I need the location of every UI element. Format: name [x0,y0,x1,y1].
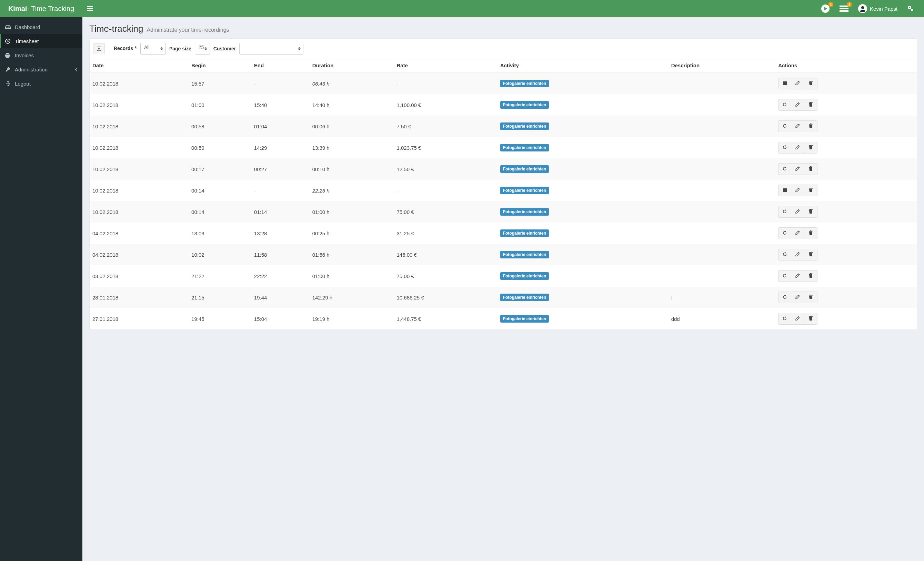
gears-icon [907,5,914,12]
cell-activity: Fotogalerie einrichten [498,265,669,287]
cell-rate: 145.00 € [394,244,497,265]
table-row: 10.02.201800:14-22:26 h-Fotogalerie einr… [90,180,917,201]
edit-button[interactable] [791,292,804,303]
edit-button[interactable] [791,227,804,239]
delete-button[interactable] [804,163,818,175]
edit-icon [795,273,800,279]
sidebar-item-logout[interactable]: Logout [0,77,82,91]
activity-badge[interactable]: Fotogalerie einrichten [500,229,549,237]
sidebar-item-invoices[interactable]: Invoices [0,48,82,62]
restart-icon [782,252,787,258]
col-rate: Rate [394,59,497,73]
restart-button[interactable] [778,163,791,175]
edit-button[interactable] [791,185,804,196]
delete-button[interactable] [804,99,818,111]
records-select[interactable]: All [140,43,166,54]
activity-badge[interactable]: Fotogalerie einrichten [500,101,549,109]
timesheet-box: Records * All Page size 25 Customer [89,38,917,330]
activity-badge[interactable]: Fotogalerie einrichten [500,293,549,301]
pagesize-select[interactable]: 25 [195,43,210,54]
activity-badge[interactable]: Fotogalerie einrichten [500,315,549,323]
edit-button[interactable] [791,206,804,218]
sidebar-toggle[interactable] [82,0,98,17]
sidebar-item-label: Administration [15,66,48,72]
activity-badge[interactable]: Fotogalerie einrichten [500,165,549,173]
cell-date: 10.02.2018 [90,137,189,158]
restart-icon [782,273,787,279]
activity-badge[interactable]: Fotogalerie einrichten [500,208,549,216]
sidebar-item-timesheet[interactable]: Timesheet [0,34,82,48]
restart-icon [782,145,787,151]
play-button[interactable]: 2 [816,0,835,17]
cell-end: 13:28 [251,223,310,244]
user-menu[interactable]: Kevin Papst [854,0,902,17]
cell-duration: 06:43 h [310,73,394,95]
cell-begin: 10:02 [189,244,251,265]
sidebar-item-dashboard[interactable]: Dashboard [0,20,82,34]
activity-badge[interactable]: Fotogalerie einrichten [500,272,549,280]
delete-button[interactable] [804,78,818,89]
add-button[interactable] [93,43,105,54]
table-row: 10.02.201800:5014:2913:39 h1,023.75 €Fot… [90,137,917,158]
restart-button[interactable] [778,292,791,303]
restart-button[interactable] [778,120,791,132]
delete-button[interactable] [804,185,818,196]
restart-button[interactable] [778,99,791,111]
bars-icon [87,6,93,11]
svg-rect-7 [783,188,787,192]
edit-button[interactable] [791,249,804,260]
activity-badge[interactable]: Fotogalerie einrichten [500,186,549,194]
edit-button[interactable] [791,142,804,153]
delete-button[interactable] [804,270,818,282]
edit-icon [795,295,800,300]
activity-badge[interactable]: Fotogalerie einrichten [500,251,549,259]
restart-button[interactable] [778,227,791,239]
delete-button[interactable] [804,227,818,239]
edit-icon [795,145,800,150]
table-row: 10.02.201801:0015:4014:40 h1,100.00 €Fot… [90,94,917,116]
edit-button[interactable] [791,270,804,282]
delete-button[interactable] [804,249,818,260]
delete-button[interactable] [804,142,818,153]
restart-button[interactable] [778,206,791,218]
cell-actions [776,94,917,116]
delete-button[interactable] [804,292,818,303]
activity-badge[interactable]: Fotogalerie einrichten [500,80,549,87]
svg-point-3 [911,9,913,11]
delete-button[interactable] [804,206,818,218]
activity-badge[interactable]: Fotogalerie einrichten [500,144,549,152]
filter-bar: Records * All Page size 25 Customer [90,39,917,59]
table-row: 04.02.201810:0211:5801:56 h145.00 €Fotog… [90,244,917,265]
edit-button[interactable] [791,313,804,325]
edit-button[interactable] [791,99,804,111]
cell-end: 11:58 [251,244,310,265]
activity-badge[interactable]: Fotogalerie einrichten [500,122,549,130]
edit-button[interactable] [791,78,804,89]
avatar [858,4,867,13]
customer-select[interactable] [239,43,303,54]
restart-button[interactable] [778,249,791,260]
sidebar-item-administration[interactable]: Administration [0,62,82,77]
trash-icon [809,252,813,257]
restart-button[interactable] [778,313,791,325]
restart-button[interactable] [778,270,791,282]
stop-button[interactable] [778,185,791,196]
wrench-icon [5,67,11,72]
edit-button[interactable] [791,120,804,132]
table-row: 03.02.201821:2222:2201:00 h75.00 €Fotoga… [90,265,917,287]
cell-date: 04.02.2018 [90,244,189,265]
table-row: 28.01.201821:1519:44142:29 h10,686.25 €F… [90,287,917,308]
stop-icon [783,81,787,86]
stop-button[interactable] [778,78,791,89]
app-logo[interactable]: Kimai - Time Tracking [0,0,82,17]
settings-button[interactable] [902,0,919,17]
records-badge: 2 [847,2,852,6]
delete-button[interactable] [804,313,818,325]
restart-button[interactable] [778,142,791,153]
delete-button[interactable] [804,120,818,132]
edit-button[interactable] [791,163,804,175]
cell-activity: Fotogalerie einrichten [498,201,669,223]
records-button[interactable]: 2 [835,0,854,17]
user-name: Kevin Papst [870,6,897,12]
cell-date: 27.01.2018 [90,308,189,329]
